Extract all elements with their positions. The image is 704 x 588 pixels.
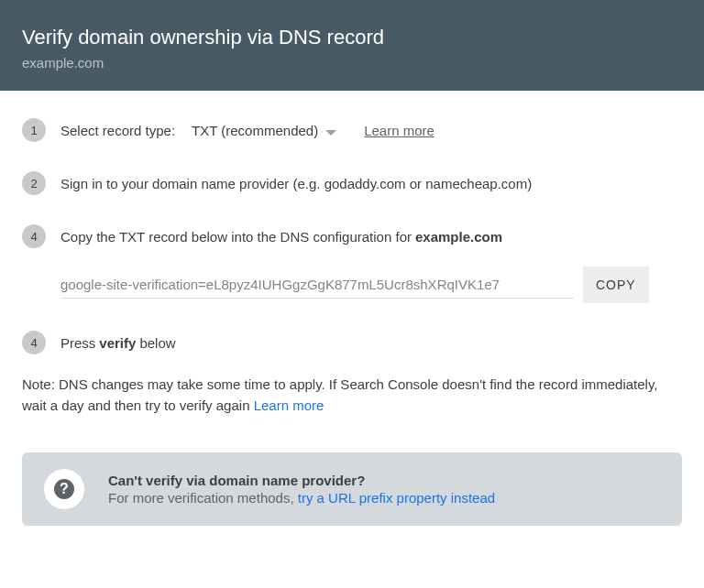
- step-3-domain: example.com: [415, 229, 502, 245]
- txt-record-input[interactable]: [60, 271, 574, 299]
- learn-more-link[interactable]: Learn more: [364, 123, 434, 138]
- help-icon-wrap: ?: [44, 469, 84, 509]
- step-number-badge: 1: [22, 118, 46, 142]
- help-title: Can't verify via domain name provider?: [108, 473, 495, 488]
- dialog-header: Verify domain ownership via DNS record e…: [0, 0, 704, 91]
- question-icon: ?: [54, 479, 74, 499]
- step-1-label: Select record type:: [60, 123, 175, 138]
- step-number-badge: 2: [22, 171, 46, 195]
- url-prefix-link[interactable]: try a URL prefix property instead: [298, 490, 495, 506]
- page-title: Verify domain ownership via DNS record: [22, 26, 682, 49]
- step-4-bold: verify: [99, 335, 136, 351]
- chevron-down-icon: [325, 123, 336, 138]
- step-4-suffix: below: [139, 335, 175, 351]
- content: 1 Select record type: TXT (recommended) …: [0, 91, 704, 537]
- copy-button[interactable]: COPY: [583, 267, 649, 303]
- step-3: 4 Copy the TXT record below into the DNS…: [22, 224, 682, 248]
- header-domain: example.com: [22, 55, 682, 71]
- step-number-badge: 4: [22, 331, 46, 354]
- step-2: 2 Sign in to your domain name provider (…: [22, 171, 682, 195]
- txt-record-row: COPY: [60, 267, 682, 303]
- record-type-value: TXT (recommended): [192, 123, 318, 138]
- step-1: 1 Select record type: TXT (recommended) …: [22, 118, 682, 142]
- step-4: 4 Press verify below: [22, 331, 682, 354]
- step-number-badge: 4: [22, 224, 46, 248]
- note-text: Note: DNS changes may take some time to …: [22, 376, 657, 413]
- step-3-prefix: Copy the TXT record below into the DNS c…: [60, 229, 412, 245]
- note-learn-more-link[interactable]: Learn more: [254, 397, 324, 413]
- record-type-dropdown[interactable]: TXT (recommended): [192, 123, 336, 138]
- step-4-prefix: Press: [60, 335, 95, 351]
- dns-note: Note: DNS changes may take some time to …: [22, 375, 682, 416]
- step-2-text: Sign in to your domain name provider (e.…: [60, 176, 532, 191]
- help-box: ? Can't verify via domain name provider?…: [22, 452, 682, 526]
- help-sub-prefix: For more verification methods,: [108, 490, 298, 506]
